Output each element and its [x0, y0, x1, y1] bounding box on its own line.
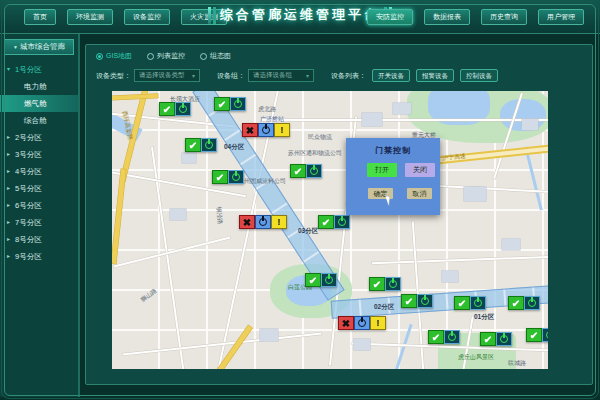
nav-button-right-1[interactable]: 数据报表 — [424, 9, 470, 25]
device-marker-ok-5[interactable]: ✔ — [318, 215, 350, 229]
device-filter-button-2[interactable]: 控制设备 — [460, 69, 498, 82]
status-error-icon: ✖ — [338, 316, 354, 330]
power-icon — [358, 319, 366, 327]
power-cell — [175, 102, 191, 116]
power-cell — [417, 294, 433, 308]
sidebar-item-9[interactable]: ▸6号分区 — [0, 197, 78, 214]
view-mode-radio-2[interactable]: 组态图 — [200, 51, 231, 61]
status-error-icon: ✖ — [242, 123, 258, 137]
sidebar-item-10[interactable]: ▸7号分区 — [0, 214, 78, 231]
device-marker-ok-9[interactable]: ✔ — [454, 296, 486, 310]
sidebar-item-2[interactable]: 电力舱 — [0, 78, 78, 95]
device-marker-alarm-14[interactable]: ✖! — [242, 123, 290, 137]
chevron-down-icon: ▾ — [306, 72, 309, 79]
map-label: 民众物流 — [308, 133, 332, 142]
power-icon — [259, 218, 267, 226]
power-icon — [389, 280, 397, 288]
warning-icon: ! — [274, 123, 290, 137]
chevron-right-icon: ▸ — [7, 146, 10, 163]
nav-button-right-0[interactable]: 安防监控 — [367, 9, 413, 25]
power-icon — [528, 299, 536, 307]
chevron-right-icon: ▸ — [7, 163, 10, 180]
warning-icon: ! — [370, 316, 386, 330]
power-cell — [470, 296, 486, 310]
sidebar-item-6[interactable]: ▸3号分区 — [0, 146, 78, 163]
power-icon — [500, 335, 508, 343]
map-label: 联城路 — [508, 359, 526, 368]
device-marker-ok-8[interactable]: ✔ — [401, 294, 433, 308]
sidebar-tree: ▾1号分区电力舱燃气舱综合舱▸2号分区▸3号分区▸4号分区▸5号分区▸6号分区▸… — [0, 61, 78, 265]
nav-button-left-2[interactable]: 设备监控 — [124, 9, 170, 25]
sidebar-item-12[interactable]: ▸9号分区 — [0, 248, 78, 265]
door-open-button[interactable]: 打开 — [367, 163, 397, 177]
map-label: 虎北路 — [258, 105, 276, 114]
door-close-button[interactable]: 关闭 — [405, 163, 435, 177]
device-marker-ok-13[interactable]: ✔ — [526, 328, 548, 342]
sidebar-root-city-tunnel[interactable]: ▼城市综合管廊 — [4, 39, 74, 55]
nav-button-left-0[interactable]: 首页 — [24, 9, 56, 25]
power-cell — [334, 215, 350, 229]
device-marker-ok-6[interactable]: ✔ — [305, 273, 337, 287]
sidebar-item-label: 3号分区 — [15, 150, 42, 159]
sidebar-item-5[interactable]: ▸2号分区 — [0, 129, 78, 146]
view-mode-radio-0[interactable]: GIS地图 — [96, 51, 132, 61]
device-marker-ok-1[interactable]: ✔ — [214, 97, 246, 111]
sidebar-item-label: 4号分区 — [15, 167, 42, 176]
nav-group-left: 首页环境监测设备监控火灾监测 — [24, 9, 227, 25]
radio-icon — [96, 53, 103, 60]
sidebar-item-8[interactable]: ▸5号分区 — [0, 180, 78, 197]
device-marker-ok-10[interactable]: ✔ — [508, 296, 540, 310]
device-marker-ok-0[interactable]: ✔ — [159, 102, 191, 116]
sidebar-item-4[interactable]: 综合舱 — [0, 112, 78, 129]
status-error-icon: ✖ — [239, 215, 255, 229]
nav-button-right-2[interactable]: 历史查询 — [481, 9, 527, 25]
nav-button-right-3[interactable]: 用户管理 — [538, 9, 584, 25]
map-label: 苏州国威涂料公司 — [238, 177, 286, 186]
status-ok-icon: ✔ — [508, 296, 524, 310]
dialog-title: 门禁控制 — [346, 145, 440, 156]
device-group-label: 设备组： — [217, 71, 245, 81]
power-cell — [444, 330, 460, 344]
sidebar-item-label: 7号分区 — [15, 218, 42, 227]
power-cell — [201, 138, 217, 152]
sidebar-item-3[interactable]: 燃气舱 — [0, 95, 78, 112]
power-cell — [228, 170, 244, 184]
power-cell — [542, 328, 548, 342]
power-cell — [354, 316, 370, 330]
top-header: 首页环境监测设备监控火灾监测 综合管廊运维管理平台 安防监控数据报表历史查询用户… — [0, 0, 600, 34]
device-marker-ok-11[interactable]: ✔ — [428, 330, 460, 344]
power-cell — [306, 164, 322, 178]
page-title: 综合管廊运维管理平台 — [220, 6, 380, 24]
device-filter-button-1[interactable]: 报警设备 — [416, 69, 454, 82]
status-ok-icon: ✔ — [401, 294, 417, 308]
status-ok-icon: ✔ — [214, 97, 230, 111]
device-marker-alarm-16[interactable]: ✖! — [338, 316, 386, 330]
power-cell — [385, 277, 401, 291]
view-mode-radio-1[interactable]: 列表监控 — [147, 51, 185, 61]
power-cell — [524, 296, 540, 310]
device-marker-ok-2[interactable]: ✔ — [185, 138, 217, 152]
zone-label: 02分区 — [374, 303, 394, 312]
sidebar-item-11[interactable]: ▸8号分区 — [0, 231, 78, 248]
sidebar: ▼城市综合管廊 ▾1号分区电力舱燃气舱综合舱▸2号分区▸3号分区▸4号分区▸5号… — [0, 34, 80, 397]
device-type-select[interactable]: 请选择设备类型▾ — [134, 69, 200, 82]
zone-label: 04分区 — [224, 143, 244, 152]
device-group-select[interactable]: 请选择设备组▾ — [248, 69, 314, 82]
device-marker-ok-4[interactable]: ✔ — [290, 164, 322, 178]
power-cell — [255, 215, 271, 229]
sidebar-item-1[interactable]: ▾1号分区 — [0, 61, 78, 78]
device-filter-button-0[interactable]: 开关设备 — [372, 69, 410, 82]
device-marker-alarm-15[interactable]: ✖! — [239, 215, 287, 229]
device-marker-ok-12[interactable]: ✔ — [480, 332, 512, 346]
chevron-right-icon: ▸ — [7, 197, 10, 214]
cancel-button[interactable]: 取消 — [407, 188, 432, 199]
sidebar-item-7[interactable]: ▸4号分区 — [0, 163, 78, 180]
status-ok-icon: ✔ — [305, 273, 321, 287]
nav-button-left-1[interactable]: 环境监测 — [67, 9, 113, 25]
device-marker-ok-7[interactable]: ✔ — [369, 277, 401, 291]
access-control-dialog: 门禁控制 打开 关闭 确定 取消 — [346, 138, 440, 215]
power-icon — [232, 173, 240, 181]
radio-label: GIS地图 — [106, 51, 132, 61]
device-marker-ok-3[interactable]: ✔ — [212, 170, 244, 184]
gis-map[interactable]: 04分区03分区02分区01分区沪宁高速西环高架路虎北路广济桥站民众物流苏州国威… — [112, 91, 548, 369]
